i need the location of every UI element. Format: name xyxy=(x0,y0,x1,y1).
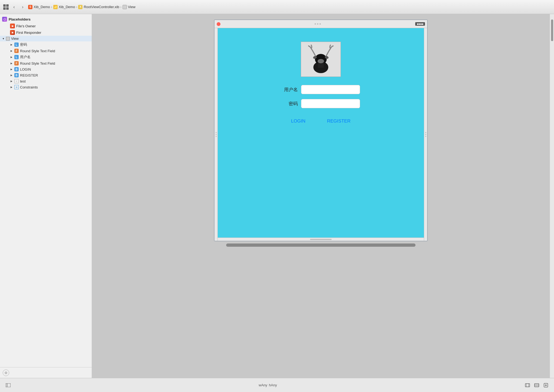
side-dots-right xyxy=(425,132,426,137)
sidebar-item-login-button[interactable]: ▶ B LOGIN xyxy=(0,66,92,72)
sidebar-item-password-label[interactable]: ▶ L 密码 xyxy=(0,41,92,48)
placeholders-label: Placeholders xyxy=(9,17,31,21)
svg-rect-7 xyxy=(6,383,11,387)
sidebar-bottom-icon[interactable]: ⊙ xyxy=(3,370,9,376)
constraints-tree-label: Constraints xyxy=(20,85,38,89)
sidebar-item-round-text-field-2[interactable]: ▶ F Round Style Text Field xyxy=(0,60,92,66)
sidebar-item-register-button[interactable]: ▶ B REGISTER xyxy=(0,72,92,78)
breadcrumb-label-1: Xib_Demo xyxy=(34,5,50,9)
password-input[interactable] xyxy=(301,99,360,108)
username-label-text: 用户名 xyxy=(20,55,31,60)
add-button[interactable] xyxy=(542,381,550,389)
badge-test: t xyxy=(14,79,19,83)
username-label: 用户名 xyxy=(282,87,298,93)
side-dot xyxy=(425,134,426,135)
side-dot xyxy=(216,134,217,135)
breadcrumb-label-2: Xib_Demo xyxy=(59,5,75,9)
xib-file-icon: X xyxy=(78,5,83,9)
device-dots xyxy=(315,23,321,25)
forward-button[interactable]: › xyxy=(19,4,26,10)
password-label: 密码 xyxy=(282,101,298,107)
files-owner-label: File's Owner xyxy=(16,24,36,28)
password-label-text: 密码 xyxy=(20,42,27,47)
sidebar-toggle-button[interactable] xyxy=(4,381,12,389)
placeholders-header: ⬡ Placeholders xyxy=(0,16,92,23)
register-button[interactable]: REGISTER xyxy=(327,118,351,124)
expand-arrow-username[interactable]: ▶ xyxy=(10,55,13,59)
sidebar-item-first-responder[interactable]: ▣ First Responder xyxy=(0,29,92,36)
expand-arrow-password[interactable]: ▶ xyxy=(10,43,13,46)
expand-arrow-rtf1[interactable]: ▶ xyxy=(10,49,13,52)
device-bottom-bar xyxy=(310,239,332,240)
main-layout: ⬡ Placeholders ▣ File's Owner ▣ First Re… xyxy=(0,14,554,378)
expand-arrow-constraints[interactable]: ▶ xyxy=(10,85,13,89)
swift-file-icon: S xyxy=(28,5,32,9)
svg-rect-12 xyxy=(535,384,539,387)
sidebar-content: ⬡ Placeholders ▣ File's Owner ▣ First Re… xyxy=(0,14,92,367)
device-battery: ■■■■ xyxy=(415,22,425,26)
side-dot xyxy=(425,132,426,133)
sidebar-bottom: ⊙ xyxy=(0,367,92,378)
badge-f-rtf2: F xyxy=(14,61,19,65)
badge-b-login: B xyxy=(14,67,19,71)
device-bottom xyxy=(218,238,424,241)
view-icon xyxy=(123,5,127,9)
device-close-button[interactable]: × xyxy=(217,22,220,26)
add-icon xyxy=(544,383,548,387)
svg-rect-9 xyxy=(525,384,530,387)
canvas-area[interactable]: × ■■■■ xyxy=(92,14,550,378)
breadcrumb-xibdemo2[interactable]: 📁 Xib_Demo xyxy=(53,5,75,9)
sidebar-item-view[interactable]: ▼ View xyxy=(0,36,92,41)
view-label: View xyxy=(11,37,19,41)
badge-constraints: ⊞ xyxy=(14,85,19,89)
round-text-field-2-text: Round Style Text Field xyxy=(20,61,55,65)
register-tree-label: REGISTER xyxy=(20,73,38,77)
back-button[interactable]: ‹ xyxy=(11,4,17,10)
app-illustration-svg xyxy=(301,42,341,77)
device-side-left xyxy=(215,28,218,241)
breadcrumb-xib[interactable]: X RootViewController.xib xyxy=(78,5,119,9)
dot-1 xyxy=(315,23,316,25)
device-frame: × ■■■■ xyxy=(214,19,428,241)
first-responder-label: First Responder xyxy=(16,31,41,35)
login-button[interactable]: LOGIN xyxy=(291,118,305,124)
view-badge-icon xyxy=(6,37,10,41)
bottom-right xyxy=(524,381,550,389)
sidebar-item-files-owner[interactable]: ▣ File's Owner xyxy=(0,23,92,29)
breadcrumb: S Xib_Demo › 📁 Xib_Demo › X RootViewCont… xyxy=(28,5,136,9)
view-expand-arrow[interactable]: ▼ xyxy=(2,37,5,40)
fit-height-button[interactable] xyxy=(533,381,540,389)
app-image xyxy=(301,42,341,77)
device-side-right xyxy=(424,28,427,241)
right-scrollbar xyxy=(550,14,554,378)
folder-icon: 📁 xyxy=(53,5,58,9)
expand-arrow-test[interactable]: ▶ xyxy=(10,80,13,83)
breadcrumb-label-4: View xyxy=(128,5,136,9)
side-dots-left xyxy=(216,132,217,137)
breadcrumb-sep-2: › xyxy=(76,5,77,9)
sidebar-item-round-text-field-1[interactable]: ▶ F Round Style Text Field xyxy=(0,48,92,54)
bottom-center: wAny hAny xyxy=(259,383,277,387)
sidebar-item-test[interactable]: ▶ t test xyxy=(0,78,92,84)
grid-icon[interactable] xyxy=(3,4,9,10)
fit-width-button[interactable] xyxy=(524,381,531,389)
breadcrumb-xibdemo1[interactable]: S Xib_Demo xyxy=(28,5,50,9)
bottom-bar: wAny hAny xyxy=(0,378,554,392)
side-dot xyxy=(216,132,217,133)
badge-f-rtf1: F xyxy=(14,49,19,53)
expand-arrow-rtf2[interactable]: ▶ xyxy=(10,62,13,65)
side-dot xyxy=(425,136,426,137)
expand-arrow-login[interactable]: ▶ xyxy=(10,68,13,71)
canvas-scrollbar[interactable] xyxy=(226,243,416,247)
sidebar-item-constraints[interactable]: ▶ ⊞ Constraints xyxy=(0,84,92,90)
scrollbar-thumb[interactable] xyxy=(551,19,553,41)
username-input[interactable] xyxy=(301,85,360,94)
bottom-left xyxy=(4,381,12,389)
breadcrumb-label-3: RootViewController.xib xyxy=(84,5,119,9)
breadcrumb-sep-3: › xyxy=(120,5,121,9)
breadcrumb-view[interactable]: View xyxy=(123,5,136,9)
button-row: LOGIN REGISTER xyxy=(291,118,351,124)
expand-arrow-register[interactable]: ▶ xyxy=(10,74,13,77)
sidebar-item-username-label[interactable]: ▶ L 用户名 xyxy=(0,54,92,60)
dot-3 xyxy=(319,23,321,25)
